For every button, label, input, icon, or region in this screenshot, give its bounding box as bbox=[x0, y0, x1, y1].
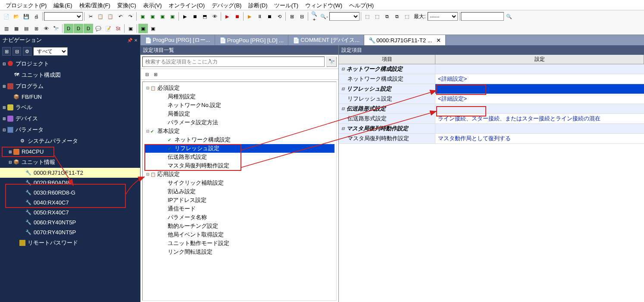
monitor-stop-icon[interactable]: ⏹ bbox=[190, 12, 200, 21]
navigation-tree[interactable]: ⊟プロジェクト 🗺ユニット構成図 ⊞プログラム 📦FB/FUN ⊞ラベル ⊞デバ… bbox=[0, 57, 140, 302]
watch-icon[interactable]: 👁 bbox=[41, 24, 51, 33]
st-master-return[interactable]: マスタ局復列時動作設定 bbox=[144, 161, 335, 170]
tree-unit-0050[interactable]: 🔧0050:RX40C7 bbox=[0, 208, 140, 217]
st-comm-mode[interactable]: 通信モード bbox=[144, 204, 335, 213]
tab-unit-0000[interactable]: 🔧0000:RJ71GF11-T2 ...✕ bbox=[364, 35, 446, 45]
tree-device[interactable]: ⊞デバイス bbox=[0, 113, 140, 124]
reset-icon[interactable]: ⟲ bbox=[275, 12, 284, 21]
tree-cpu[interactable]: ⊞R04CPU bbox=[0, 147, 140, 157]
menu-window[interactable]: ウィンドウ(W) bbox=[302, 1, 346, 9]
settings-tree[interactable]: ⊟📋必須設定 局種別設定 ネットワークNo.設定 局番設定 パラメータ設定方法 … bbox=[142, 82, 337, 301]
tb-btn-e[interactable]: ⬚ bbox=[402, 12, 412, 21]
menu-tool[interactable]: ツール(T) bbox=[271, 1, 302, 9]
simulation-icon[interactable]: ▶ bbox=[222, 12, 232, 21]
grid-row-netconfig[interactable]: ネットワーク構成設定 <詳細設定> bbox=[339, 74, 644, 84]
st-station-type[interactable]: 局種別設定 bbox=[144, 92, 335, 101]
gear-icon[interactable]: ⚙ bbox=[23, 47, 31, 56]
settings-search-input[interactable] bbox=[142, 57, 325, 67]
find-icon[interactable]: 🔭 bbox=[51, 24, 61, 33]
grid-row-refresh[interactable]: リフレッシュ設定 <詳細設定> bbox=[339, 94, 644, 104]
redo-icon[interactable]: ↷ bbox=[125, 12, 135, 21]
tb2-c-icon[interactable]: ▣ bbox=[148, 24, 158, 33]
st-param-method[interactable]: パラメータ設定方法 bbox=[144, 118, 335, 127]
menu-debug[interactable]: デバッグ(B) bbox=[208, 1, 245, 9]
search-icon[interactable]: 🔭 bbox=[326, 57, 337, 67]
tree-unit-0040[interactable]: 🔧0040:RX40C7 bbox=[0, 198, 140, 208]
nav-view2-icon[interactable]: ⊟ bbox=[13, 47, 21, 56]
tree-unit-0060[interactable]: 🔧0060:RY40NT5P bbox=[0, 217, 140, 227]
cross-ref-icon[interactable]: ⊞ bbox=[31, 24, 41, 33]
st-basic[interactable]: ⊟✔基本設定 bbox=[144, 127, 335, 135]
grid-header-item[interactable]: 項目 bbox=[339, 55, 435, 64]
st-other-event[interactable]: 他局イベント取得設定 bbox=[144, 230, 335, 239]
close-panel-icon[interactable]: ✕ bbox=[134, 38, 138, 43]
menu-convert[interactable]: 変換(C) bbox=[114, 1, 140, 9]
tb2-a-icon[interactable]: ▣ bbox=[126, 24, 135, 33]
grid-cat-trans[interactable]: ⊟伝送路形式設定 bbox=[339, 104, 644, 114]
open-icon[interactable]: 📂 bbox=[12, 12, 21, 21]
menu-view[interactable]: 表示(V) bbox=[140, 1, 165, 9]
window-split-icon[interactable]: ⊞ bbox=[287, 12, 297, 21]
comment-icon[interactable]: 💬 bbox=[94, 24, 103, 33]
menu-online[interactable]: オンライン(O) bbox=[165, 1, 208, 9]
st-cyclic[interactable]: サイクリック補助設定 bbox=[144, 179, 335, 187]
run-icon[interactable]: ▶ bbox=[245, 12, 254, 21]
save-icon[interactable]: 💾 bbox=[22, 12, 31, 21]
tab-progpou-ld[interactable]: 📄ProgPou [PRG] [LD] ... bbox=[215, 35, 289, 45]
paste-icon[interactable]: 📋 bbox=[106, 12, 115, 21]
monitor-write-icon[interactable]: ⬒ bbox=[200, 12, 209, 21]
monitor-watch-icon[interactable]: 👁 bbox=[210, 12, 219, 21]
max-combo[interactable]: ------ bbox=[428, 12, 458, 21]
zoom-in-icon[interactable]: 🔍+ bbox=[309, 12, 319, 21]
expand-all-icon[interactable]: ⊞ bbox=[152, 70, 159, 78]
dev3-icon[interactable]: D bbox=[84, 24, 93, 33]
stop-icon[interactable]: ⏹ bbox=[265, 12, 274, 21]
grid-row-trans[interactable]: 伝送路形式設定 ライン接続、スター接続、またはスター接続とライン接続の混在 bbox=[339, 114, 644, 124]
window-tile-icon[interactable]: ⊟ bbox=[297, 12, 306, 21]
toolbar-combo-1[interactable] bbox=[44, 12, 83, 21]
tb-btn-a[interactable]: ⬚ bbox=[363, 12, 372, 21]
tree-unit-0030[interactable]: 🔧0030:R60RD8-G bbox=[0, 188, 140, 198]
st-param-name[interactable]: パラメータ名称 bbox=[144, 213, 335, 222]
menu-edit[interactable]: 編集(E) bbox=[50, 1, 75, 9]
tree-unitmap[interactable]: 🗺ユニット構成図 bbox=[0, 69, 140, 81]
st-applied[interactable]: ⊟📋応用設定 bbox=[144, 170, 335, 179]
st-station-no[interactable]: 局番設定 bbox=[144, 110, 335, 118]
undo-icon[interactable]: ↶ bbox=[116, 12, 125, 21]
tab-close-icon[interactable]: ✕ bbox=[434, 37, 441, 44]
menu-project[interactable]: プロジェクト(P) bbox=[2, 1, 50, 9]
search-go-icon[interactable]: 🔍 bbox=[504, 12, 514, 21]
tree-unit-0070[interactable]: 🔧0070:RY40NT5P bbox=[0, 227, 140, 237]
tb-btn-d[interactable]: ⧉ bbox=[392, 12, 402, 21]
grid-cat-refresh[interactable]: ⊟リフレッシュ設定 bbox=[339, 84, 644, 94]
dev-verify-icon[interactable]: ▣ bbox=[158, 12, 167, 21]
element-sel-icon[interactable]: ▦ bbox=[12, 24, 21, 33]
tree-fbfun[interactable]: 📦FB/FUN bbox=[0, 92, 140, 102]
search-field[interactable] bbox=[461, 12, 504, 21]
tree-label[interactable]: ⊞ラベル bbox=[0, 102, 140, 113]
nav-filter-combo[interactable]: すべて bbox=[33, 47, 68, 56]
tab-progpou-local[interactable]: 📄ProgPou [PRG] [ロー... bbox=[141, 35, 215, 45]
tb2-b-icon[interactable]: ▣ bbox=[138, 24, 148, 33]
st-trans-format[interactable]: 伝送路形式設定 bbox=[144, 153, 335, 161]
tree-remotepw[interactable]: リモートパスワード bbox=[0, 237, 140, 249]
menu-help[interactable]: ヘルプ(H) bbox=[346, 1, 377, 9]
menu-diag[interactable]: 診断(D) bbox=[245, 1, 271, 9]
sim-stop-icon[interactable]: ⏹ bbox=[232, 12, 242, 21]
monitor-start-icon[interactable]: ▶ bbox=[180, 12, 190, 21]
copy-icon[interactable]: 📋 bbox=[96, 12, 105, 21]
grid-row-master[interactable]: マスタ局復列時動作設定 マスタ動作局として復列する bbox=[339, 134, 644, 144]
tree-unitinfo[interactable]: ⊟📦ユニット情報 bbox=[0, 157, 140, 168]
dev-write-icon[interactable]: ▣ bbox=[138, 12, 147, 21]
pin-icon[interactable]: 📌 bbox=[127, 38, 132, 43]
st-refresh[interactable]: ✔リフレッシュ設定 bbox=[144, 144, 335, 153]
dev-read-icon[interactable]: ▣ bbox=[148, 12, 157, 21]
st-ipaddr[interactable]: IPアドレス設定 bbox=[144, 196, 335, 204]
st-unit-mode[interactable]: ユニット動作モード設定 bbox=[144, 239, 335, 248]
note-icon[interactable]: 📝 bbox=[103, 24, 113, 33]
new-icon[interactable]: 📄 bbox=[2, 12, 11, 21]
st-required[interactable]: ⊟📋必須設定 bbox=[144, 84, 335, 92]
menu-search[interactable]: 検索/置換(F) bbox=[76, 1, 114, 9]
tree-program[interactable]: ⊞プログラム bbox=[0, 81, 140, 92]
nav-toggle-icon[interactable]: ▥ bbox=[2, 24, 11, 33]
